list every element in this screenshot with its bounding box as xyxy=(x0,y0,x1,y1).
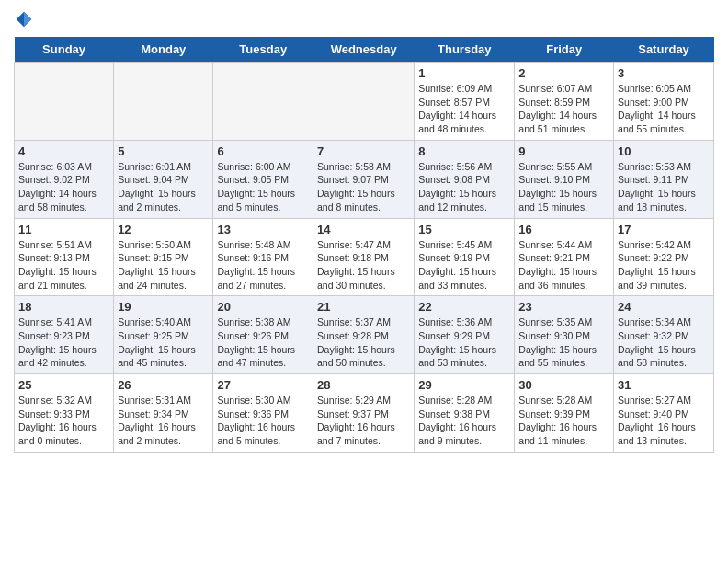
day-cell: 19Sunrise: 5:40 AM Sunset: 9:25 PM Dayli… xyxy=(114,296,213,374)
day-info: Sunrise: 5:40 AM Sunset: 9:25 PM Dayligh… xyxy=(118,316,209,370)
day-info: Sunrise: 5:45 AM Sunset: 9:19 PM Dayligh… xyxy=(418,238,510,293)
day-number: 31 xyxy=(618,378,710,392)
weekday-header-tuesday: Tuesday xyxy=(213,37,313,63)
day-info: Sunrise: 6:09 AM Sunset: 8:57 PM Dayligh… xyxy=(418,82,510,136)
day-info: Sunrise: 5:29 AM Sunset: 9:37 PM Dayligh… xyxy=(317,394,410,448)
week-row-5: 25Sunrise: 5:32 AM Sunset: 9:33 PM Dayli… xyxy=(15,374,714,453)
day-number: 10 xyxy=(618,144,710,158)
day-cell: 29Sunrise: 5:28 AM Sunset: 9:38 PM Dayli… xyxy=(415,374,515,453)
day-info: Sunrise: 5:27 AM Sunset: 9:40 PM Dayligh… xyxy=(618,394,710,448)
page-header xyxy=(14,9,714,29)
day-info: Sunrise: 5:53 AM Sunset: 9:11 PM Dayligh… xyxy=(618,160,710,214)
day-cell: 24Sunrise: 5:34 AM Sunset: 9:32 PM Dayli… xyxy=(614,296,714,374)
day-number: 7 xyxy=(317,144,410,158)
logo-icon xyxy=(14,9,34,29)
day-number: 16 xyxy=(518,223,609,236)
day-cell: 2Sunrise: 6:07 AM Sunset: 8:59 PM Daylig… xyxy=(515,63,614,141)
day-number: 18 xyxy=(18,300,109,314)
day-info: Sunrise: 5:55 AM Sunset: 9:10 PM Dayligh… xyxy=(518,160,609,214)
day-number: 4 xyxy=(18,144,109,158)
day-number: 14 xyxy=(317,223,410,236)
day-cell: 6Sunrise: 6:00 AM Sunset: 9:05 PM Daylig… xyxy=(213,140,313,218)
day-number: 24 xyxy=(618,300,710,314)
day-cell: 16Sunrise: 5:44 AM Sunset: 9:21 PM Dayli… xyxy=(515,218,614,296)
day-cell: 3Sunrise: 6:05 AM Sunset: 9:00 PM Daylig… xyxy=(614,63,714,141)
day-number: 15 xyxy=(418,223,510,236)
day-number: 19 xyxy=(118,300,209,314)
day-cell: 9Sunrise: 5:55 AM Sunset: 9:10 PM Daylig… xyxy=(515,140,614,218)
day-number: 26 xyxy=(118,378,209,392)
day-cell: 23Sunrise: 5:35 AM Sunset: 9:30 PM Dayli… xyxy=(515,296,614,374)
day-cell: 8Sunrise: 5:56 AM Sunset: 9:08 PM Daylig… xyxy=(415,140,515,218)
logo xyxy=(14,9,36,29)
week-row-4: 18Sunrise: 5:41 AM Sunset: 9:23 PM Dayli… xyxy=(15,296,714,374)
day-number: 11 xyxy=(18,223,109,236)
day-info: Sunrise: 5:44 AM Sunset: 9:21 PM Dayligh… xyxy=(518,238,609,293)
calendar-table: SundayMondayTuesdayWednesdayThursdayFrid… xyxy=(14,37,714,453)
day-cell: 18Sunrise: 5:41 AM Sunset: 9:23 PM Dayli… xyxy=(15,296,114,374)
day-cell: 31Sunrise: 5:27 AM Sunset: 9:40 PM Dayli… xyxy=(614,374,714,453)
day-info: Sunrise: 5:30 AM Sunset: 9:36 PM Dayligh… xyxy=(217,394,309,448)
day-number: 2 xyxy=(518,66,609,80)
day-number: 8 xyxy=(418,144,510,158)
weekday-header-sunday: Sunday xyxy=(15,37,114,63)
day-cell: 10Sunrise: 5:53 AM Sunset: 9:11 PM Dayli… xyxy=(614,140,714,218)
day-number: 21 xyxy=(317,300,410,314)
day-cell: 4Sunrise: 6:03 AM Sunset: 9:02 PM Daylig… xyxy=(15,140,114,218)
day-number: 22 xyxy=(418,300,510,314)
day-number: 13 xyxy=(217,223,309,236)
day-info: Sunrise: 5:34 AM Sunset: 9:32 PM Dayligh… xyxy=(618,316,710,370)
day-cell: 21Sunrise: 5:37 AM Sunset: 9:28 PM Dayli… xyxy=(313,296,415,374)
day-cell: 7Sunrise: 5:58 AM Sunset: 9:07 PM Daylig… xyxy=(313,140,415,218)
day-info: Sunrise: 6:00 AM Sunset: 9:05 PM Dayligh… xyxy=(217,160,309,214)
day-info: Sunrise: 6:07 AM Sunset: 8:59 PM Dayligh… xyxy=(518,82,609,136)
weekday-header-thursday: Thursday xyxy=(415,37,515,63)
day-number: 12 xyxy=(118,223,209,236)
day-info: Sunrise: 5:41 AM Sunset: 9:23 PM Dayligh… xyxy=(18,316,109,370)
day-number: 29 xyxy=(418,378,510,392)
weekday-header-monday: Monday xyxy=(114,37,213,63)
day-cell: 13Sunrise: 5:48 AM Sunset: 9:16 PM Dayli… xyxy=(213,218,313,296)
day-info: Sunrise: 6:01 AM Sunset: 9:04 PM Dayligh… xyxy=(118,160,209,214)
day-number: 5 xyxy=(118,144,209,158)
day-cell: 15Sunrise: 5:45 AM Sunset: 9:19 PM Dayli… xyxy=(415,218,515,296)
day-number: 20 xyxy=(217,300,309,314)
day-cell: 17Sunrise: 5:42 AM Sunset: 9:22 PM Dayli… xyxy=(614,218,714,296)
day-info: Sunrise: 5:47 AM Sunset: 9:18 PM Dayligh… xyxy=(317,238,410,293)
empty-cell xyxy=(313,63,415,141)
day-cell: 1Sunrise: 6:09 AM Sunset: 8:57 PM Daylig… xyxy=(415,63,515,141)
day-cell: 12Sunrise: 5:50 AM Sunset: 9:15 PM Dayli… xyxy=(114,218,213,296)
day-cell: 14Sunrise: 5:47 AM Sunset: 9:18 PM Dayli… xyxy=(313,218,415,296)
day-info: Sunrise: 5:36 AM Sunset: 9:29 PM Dayligh… xyxy=(418,316,510,370)
day-cell: 30Sunrise: 5:28 AM Sunset: 9:39 PM Dayli… xyxy=(515,374,614,453)
day-cell: 22Sunrise: 5:36 AM Sunset: 9:29 PM Dayli… xyxy=(415,296,515,374)
day-info: Sunrise: 5:38 AM Sunset: 9:26 PM Dayligh… xyxy=(217,316,309,370)
day-info: Sunrise: 5:28 AM Sunset: 9:39 PM Dayligh… xyxy=(518,394,609,448)
week-row-3: 11Sunrise: 5:51 AM Sunset: 9:13 PM Dayli… xyxy=(15,218,714,296)
day-number: 25 xyxy=(18,378,109,392)
day-number: 1 xyxy=(418,66,510,80)
day-number: 28 xyxy=(317,378,410,392)
day-number: 27 xyxy=(217,378,309,392)
day-info: Sunrise: 6:03 AM Sunset: 9:02 PM Dayligh… xyxy=(18,160,109,214)
empty-cell xyxy=(213,63,313,141)
weekday-header-saturday: Saturday xyxy=(614,37,714,63)
day-number: 30 xyxy=(518,378,609,392)
day-number: 17 xyxy=(618,223,710,236)
week-row-2: 4Sunrise: 6:03 AM Sunset: 9:02 PM Daylig… xyxy=(15,140,714,218)
day-info: Sunrise: 6:05 AM Sunset: 9:00 PM Dayligh… xyxy=(618,82,710,136)
day-info: Sunrise: 5:56 AM Sunset: 9:08 PM Dayligh… xyxy=(418,160,510,214)
day-info: Sunrise: 5:42 AM Sunset: 9:22 PM Dayligh… xyxy=(618,238,710,293)
day-cell: 25Sunrise: 5:32 AM Sunset: 9:33 PM Dayli… xyxy=(15,374,114,453)
day-cell: 11Sunrise: 5:51 AM Sunset: 9:13 PM Dayli… xyxy=(15,218,114,296)
week-row-1: 1Sunrise: 6:09 AM Sunset: 8:57 PM Daylig… xyxy=(15,63,714,141)
day-cell: 28Sunrise: 5:29 AM Sunset: 9:37 PM Dayli… xyxy=(313,374,415,453)
day-cell: 26Sunrise: 5:31 AM Sunset: 9:34 PM Dayli… xyxy=(114,374,213,453)
day-number: 3 xyxy=(618,66,710,80)
empty-cell xyxy=(15,63,114,141)
day-number: 9 xyxy=(518,144,609,158)
day-info: Sunrise: 5:51 AM Sunset: 9:13 PM Dayligh… xyxy=(18,238,109,293)
weekday-header-wednesday: Wednesday xyxy=(313,37,415,63)
day-number: 6 xyxy=(217,144,309,158)
day-cell: 5Sunrise: 6:01 AM Sunset: 9:04 PM Daylig… xyxy=(114,140,213,218)
